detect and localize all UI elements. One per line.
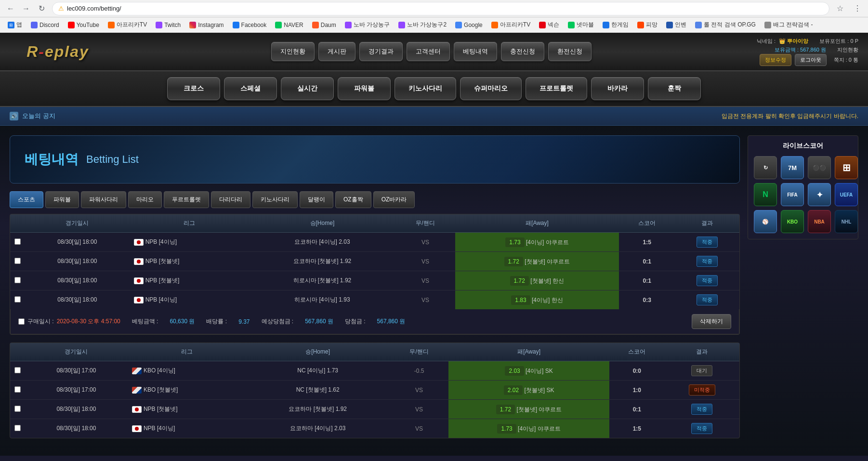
row-result[interactable]: 미적중 xyxy=(664,381,739,400)
row-result[interactable]: 적중 xyxy=(675,271,739,290)
cat-roulette[interactable]: 프로트롤렛 xyxy=(526,77,587,100)
row-checkbox-cell[interactable] xyxy=(10,271,25,290)
back-button[interactable]: ← xyxy=(4,2,17,15)
tab-dari-dari[interactable]: 다리다리 xyxy=(211,191,250,208)
row-checkbox-cell[interactable] xyxy=(10,361,25,381)
cat-special[interactable]: 스페셜 xyxy=(224,77,277,100)
result-button[interactable]: 미적중 xyxy=(689,384,715,395)
tab-oz-oddeven[interactable]: OZ홀짝 xyxy=(335,191,371,208)
tab-snail[interactable]: 달팽이 xyxy=(300,191,333,208)
bookmark-afreeca2[interactable]: 아프리카TV xyxy=(487,19,534,30)
row-checkbox[interactable] xyxy=(14,277,21,283)
score-icon-uefa[interactable]: UEFA xyxy=(835,183,858,206)
nav-bets[interactable]: 베팅내역 xyxy=(454,42,497,61)
settings-button[interactable]: ⋮ xyxy=(851,2,864,15)
row-result[interactable]: 적중 xyxy=(675,290,739,310)
result-button[interactable]: 적중 xyxy=(691,404,712,415)
bookmark-discord[interactable]: Discord xyxy=(27,20,63,30)
score-icon-7m[interactable]: 7M xyxy=(781,156,804,179)
row-result[interactable]: 적중 xyxy=(664,400,739,419)
tab-power-ladder[interactable]: 파워사다리 xyxy=(81,191,126,208)
nav-board[interactable]: 게시판 xyxy=(318,42,355,61)
result-button[interactable]: 적중 xyxy=(697,237,718,248)
nav-support[interactable]: 고객센터 xyxy=(407,42,450,61)
result-button[interactable]: 대기 xyxy=(691,365,712,376)
score-icon-dots[interactable]: ⚫⚫ xyxy=(808,156,831,179)
row-checkbox[interactable] xyxy=(14,425,21,431)
nav-deposit[interactable]: 충전신청 xyxy=(501,42,544,61)
tab-oz-baccarat[interactable]: OZ바카라 xyxy=(373,191,415,208)
tab-mario[interactable]: 마리오 xyxy=(128,191,162,208)
tab-powerball[interactable]: 파워볼 xyxy=(45,191,79,208)
cat-mario[interactable]: 슈퍼마리오 xyxy=(460,77,522,100)
row-checkbox[interactable] xyxy=(14,386,21,393)
bookmark-google[interactable]: Google xyxy=(451,20,487,30)
result-button[interactable]: 적중 xyxy=(691,423,712,434)
bookmark-youtube[interactable]: YouTube xyxy=(64,20,103,30)
row-result[interactable]: 적중 xyxy=(675,252,739,271)
cat-baccarat[interactable]: 바카라 xyxy=(591,77,644,100)
row-checkbox[interactable] xyxy=(14,238,21,245)
bookmark-apps[interactable]: ⊞ 앱 xyxy=(4,19,26,30)
bookmark-nexon[interactable]: 넥슨 xyxy=(535,19,563,30)
reload-button[interactable]: ↻ xyxy=(35,2,48,15)
bookmark-twitch[interactable]: Twitch xyxy=(152,20,184,30)
row-checkbox[interactable] xyxy=(14,258,21,264)
delete-button[interactable]: 삭제하기 xyxy=(692,314,731,329)
bookmark-pmang[interactable]: 피망 xyxy=(633,19,661,30)
row-result[interactable]: 적중 xyxy=(675,233,739,252)
row-result[interactable]: 적중 xyxy=(664,419,739,438)
bookmark-daum[interactable]: Daum xyxy=(308,20,340,30)
cat-realtime[interactable]: 실시간 xyxy=(281,77,334,100)
score-icon-n[interactable]: N xyxy=(754,183,777,206)
bookmark-naver[interactable]: NAVER xyxy=(271,20,307,30)
bookmark-afreeca[interactable]: 아프리카TV xyxy=(104,19,151,30)
tab-kino-ladder[interactable]: 키노사다리 xyxy=(252,191,298,208)
bookmark-star[interactable]: ☆ xyxy=(833,2,847,15)
score-icon-champions[interactable]: ✦ xyxy=(808,183,831,206)
row-checkbox-cell[interactable] xyxy=(10,419,25,438)
bookmark-nova1[interactable]: 노바 가상농구 xyxy=(341,19,394,30)
cat-cross[interactable]: 크로스 xyxy=(167,77,220,100)
bookmark-inven[interactable]: 인벤 xyxy=(662,19,690,30)
nav-members[interactable]: 지인현황 xyxy=(271,42,315,61)
cat-kino[interactable]: 키노사다리 xyxy=(395,77,456,100)
cat-powerball[interactable]: 파워볼 xyxy=(338,77,391,100)
bookmark-facebook[interactable]: Facebook xyxy=(229,20,271,30)
score-icon-foursquare[interactable]: ⊞ xyxy=(835,156,858,179)
bookmark-instagram[interactable]: Instagram xyxy=(185,20,227,30)
score-icon-nba[interactable]: NBA xyxy=(808,210,831,233)
row-checkbox-cell[interactable] xyxy=(10,400,25,419)
address-bar[interactable]: ⚠ lec009.com/betting/ xyxy=(52,2,829,15)
score-icon-kbo[interactable]: KBO xyxy=(781,210,804,233)
row-checkbox-cell[interactable] xyxy=(10,252,25,271)
bookmark-nova2[interactable]: 노바 가상농구2 xyxy=(395,19,450,30)
bookmark-netmarble[interactable]: 넷마블 xyxy=(564,19,598,30)
result-button[interactable]: 적중 xyxy=(697,275,718,286)
row-checkbox[interactable] xyxy=(14,406,21,412)
tab-fruit-roulette[interactable]: 푸르트롤렛 xyxy=(164,191,209,208)
score-icon-fifa[interactable]: FIFA xyxy=(781,183,804,206)
logout-button[interactable]: 로그아웃 xyxy=(795,54,827,66)
row-result[interactable]: 대기 xyxy=(664,361,739,381)
bookmark-opgg[interactable]: 롤 전적 검색 OP.GG xyxy=(691,19,760,30)
tab-sports[interactable]: 스포츠 xyxy=(10,191,43,208)
row-checkbox-cell[interactable] xyxy=(10,381,25,400)
result-button[interactable]: 적중 xyxy=(697,294,718,305)
info-edit-button[interactable]: 정보수정 xyxy=(760,54,791,66)
score-icon-refresh[interactable]: ↻ xyxy=(754,156,777,179)
row-checkbox[interactable] xyxy=(14,296,21,303)
row-checkbox[interactable] xyxy=(14,367,21,373)
bookmark-hangame[interactable]: 한게임 xyxy=(599,19,632,30)
score-icon-nhl[interactable]: NHL xyxy=(835,210,858,233)
summary-checkbox[interactable] xyxy=(18,318,25,325)
nav-withdraw[interactable]: 환전신청 xyxy=(548,42,592,61)
nav-results[interactable]: 경기결과 xyxy=(359,42,403,61)
score-icon-baseball[interactable]: ⚾ xyxy=(754,210,777,233)
summary-checkbox-label[interactable]: 구매일시 : 2020-08-30 오후 4:57:00 xyxy=(18,317,120,326)
row-checkbox-cell[interactable] xyxy=(10,290,25,310)
forward-button[interactable]: → xyxy=(19,2,33,15)
cat-odd-even[interactable]: 훈짝 xyxy=(648,77,701,100)
row-checkbox-cell[interactable] xyxy=(10,233,25,252)
bookmark-pubg[interactable]: 배그 전략검색 - xyxy=(761,19,817,30)
